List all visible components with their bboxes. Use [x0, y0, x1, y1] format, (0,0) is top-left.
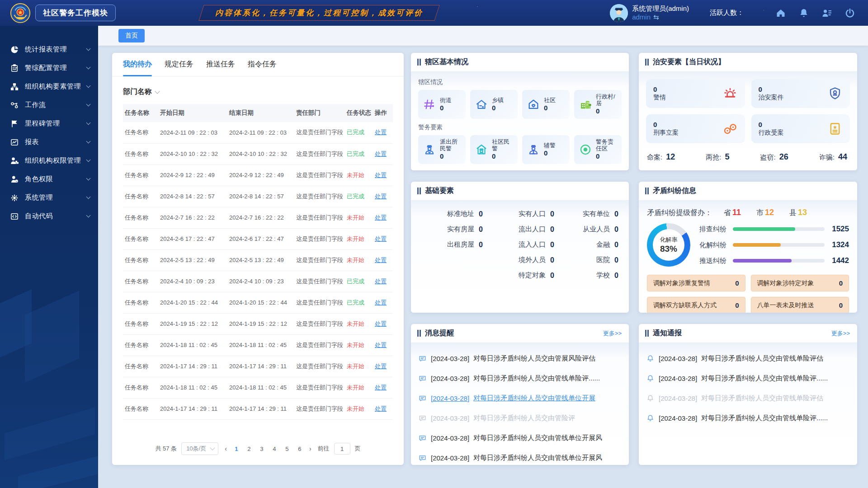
stat-tile[interactable]: 派出所民警 0: [418, 135, 466, 164]
stat-tile[interactable]: 行政村/居 0: [574, 90, 622, 119]
task-tab[interactable]: 指令任务: [248, 53, 277, 76]
sidebar-item[interactable]: 统计报表管理: [0, 40, 98, 59]
message-item[interactable]: [2024-03-28] 对每日涉矛盾纠纷人员交由管线单位开展: [418, 388, 622, 408]
bar-track: [733, 227, 825, 231]
crime-label: 两抢:: [706, 153, 721, 162]
goto-page-input[interactable]: [334, 443, 350, 455]
message-item[interactable]: [2024-03-28] 对每日涉矛盾纠纷人员交由管展风险评估: [418, 348, 622, 368]
dispute-bar: 化解纠纷 1324: [699, 240, 849, 249]
security-value: 0: [653, 121, 679, 128]
more-link[interactable]: 更多>>: [831, 329, 850, 338]
message-item[interactable]: [2024-03-28] 对每日涉矛盾纠纷人员交由管险评: [418, 408, 622, 428]
dispose-link[interactable]: 处置: [375, 299, 387, 306]
sidebar-item[interactable]: 组织机构权限管理: [0, 151, 98, 170]
page-number[interactable]: 1: [233, 446, 240, 452]
security-tile[interactable]: 0 行政受案: [751, 114, 850, 143]
escalation-level: 市: [756, 208, 764, 218]
task-tab[interactable]: 推送任务: [206, 53, 235, 76]
notice-text: 对每日涉矛盾纠纷人员交由管线单险评估: [701, 394, 823, 403]
dispose-link[interactable]: 处置: [375, 320, 387, 327]
security-tile[interactable]: 0 治安案件: [751, 79, 850, 108]
sidebar-item-label: 组织机构要素管理: [25, 82, 87, 91]
notice-item[interactable]: [2024-03-28] 对每日涉矛盾纠纷人员交由管线单险评估: [646, 388, 850, 408]
stat-tile[interactable]: 乡镇 0: [470, 90, 518, 119]
username[interactable]: admin: [632, 13, 651, 22]
dispose-link[interactable]: 处置: [375, 214, 387, 221]
dispose-link[interactable]: 处置: [375, 172, 387, 178]
sidebar-item[interactable]: 警综配置管理: [0, 59, 98, 77]
home-icon[interactable]: [775, 8, 786, 19]
dispose-link[interactable]: 处置: [375, 257, 387, 263]
sidebar-item[interactable]: 组织机构要素管理: [0, 77, 98, 96]
table-row: 任务名称 2024-1-18 11 : 02 : 45 2024-1-18 11…: [123, 377, 393, 398]
notice-item[interactable]: [2024-03-28] 对每日涉矛盾纠纷人员交由管线单险评......: [646, 368, 850, 388]
security-value: 0: [759, 121, 784, 128]
bar-label: 排查纠纷: [699, 225, 728, 234]
power-logout-icon[interactable]: [844, 8, 855, 19]
stat-tile[interactable]: 辅警 0: [522, 135, 570, 164]
dispute-chip[interactable]: 调解对象涉重复警情 0: [647, 275, 745, 291]
stat-tile[interactable]: 社区民警 0: [470, 135, 518, 164]
stat-tile[interactable]: 街道 0: [418, 90, 466, 119]
dispose-link[interactable]: 处置: [375, 278, 387, 285]
notice-date: [2024-03-28]: [659, 355, 697, 362]
next-page-button[interactable]: ›: [307, 445, 313, 452]
tab-home[interactable]: 首页: [118, 29, 145, 42]
sidebar-item[interactable]: 报表: [0, 133, 98, 151]
dispute-chip[interactable]: 调解对象涉特定对象 0: [751, 275, 849, 291]
sidebar-item[interactable]: 里程碑管理: [0, 114, 98, 133]
chip-value: 0: [839, 279, 843, 287]
message-item[interactable]: [2024-03-28] 对每日涉矛盾纠纷人员交由管线单位开展风: [418, 428, 622, 448]
page-number[interactable]: 2: [246, 446, 252, 452]
tile-value: 0: [544, 149, 556, 157]
stat-tile[interactable]: 警务责任区 0: [574, 135, 622, 164]
bar-value: 1324: [829, 240, 849, 249]
more-link[interactable]: 更多>>: [603, 329, 622, 338]
dispose-link[interactable]: 处置: [375, 405, 387, 412]
page-number[interactable]: 4: [271, 446, 278, 452]
sidebar-item[interactable]: 角色权限: [0, 170, 98, 188]
page-number[interactable]: 5: [284, 446, 290, 452]
sidebar-item[interactable]: 系统管理: [0, 188, 98, 207]
notice-item[interactable]: [2024-03-28] 对每日涉矛盾纠纷人员交由管线单险评估: [646, 348, 850, 368]
department-filter-label[interactable]: 部门名称: [123, 87, 152, 97]
sidebar-item[interactable]: 自动代码: [0, 207, 98, 225]
stat-tile[interactable]: 社区 0: [522, 90, 570, 119]
switch-user-icon[interactable]: ⇆: [653, 13, 659, 22]
cell-task-name: 任务名称: [123, 186, 158, 207]
dispose-link[interactable]: 处置: [375, 150, 387, 157]
notifications-bell-icon[interactable]: [798, 8, 809, 19]
task-tab[interactable]: 规定任务: [165, 53, 193, 76]
message-item[interactable]: [2024-03-28] 对每日涉矛盾纠纷人员交由管线单险评......: [418, 368, 622, 388]
chevron-down-icon[interactable]: [155, 89, 160, 94]
dispose-link[interactable]: 处置: [375, 363, 387, 370]
crime-label: 诈骗:: [819, 153, 835, 162]
dispose-link[interactable]: 处置: [375, 129, 387, 136]
dispose-link[interactable]: 处置: [375, 235, 387, 242]
security-icon: [722, 86, 738, 101]
task-tab[interactable]: 我的待办: [123, 53, 152, 76]
dispute-chip[interactable]: 调解双方缺联系人方式 0: [647, 297, 745, 313]
dispose-link[interactable]: 处置: [375, 384, 387, 391]
contacts-icon[interactable]: [821, 8, 832, 19]
message-item[interactable]: [2024-03-28] 对每日涉矛盾纠纷人员交由管线单位开展风: [418, 448, 622, 465]
col-dept: 责任部门: [294, 104, 345, 122]
page-number[interactable]: 6: [297, 446, 303, 452]
sidebar-item[interactable]: 工作流: [0, 96, 98, 114]
sidebar-decoration: [25, 291, 79, 382]
security-tile[interactable]: 0 警情: [646, 79, 745, 108]
basic-stat: 从业人员 0: [557, 225, 621, 234]
officer-avatar-icon: [610, 4, 628, 22]
page-number[interactable]: 3: [259, 446, 265, 452]
table-row: 任务名称 2024-2-4 10 : 09 : 23 2024-2-4 10 :…: [123, 271, 393, 292]
dispose-link[interactable]: 处置: [375, 342, 387, 348]
prev-page-button[interactable]: ‹: [223, 445, 229, 452]
security-tile[interactable]: 0 刑事立案: [646, 114, 745, 143]
basic-stat: 学校 0: [557, 271, 621, 280]
page-size-select[interactable]: 10条/页: [181, 442, 218, 455]
cell-start-date: 2024-2-7 16 : 22 : 22: [158, 207, 227, 228]
dispute-chip[interactable]: 八单一表未及时推送 0: [751, 297, 849, 313]
dispose-link[interactable]: 处置: [375, 193, 387, 200]
user-avatar[interactable]: [610, 4, 628, 22]
notice-item[interactable]: [2024-03-28] 对每日涉矛盾纠纷人员交由管线单险评......: [646, 408, 850, 428]
